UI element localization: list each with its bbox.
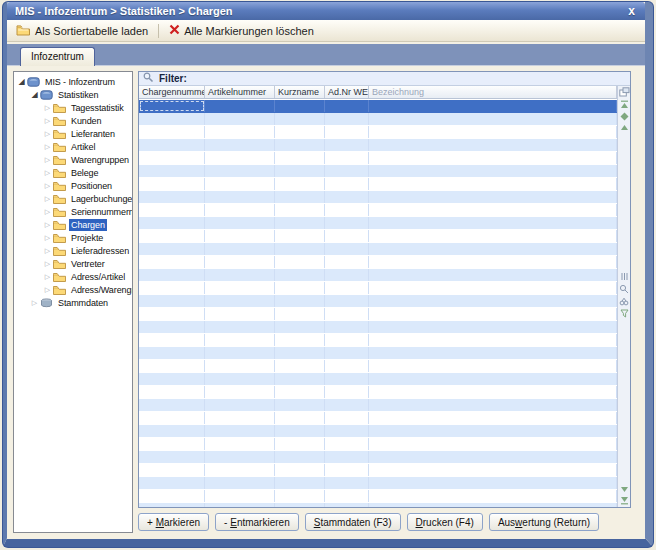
column-header-artikelnummer[interactable]: Artikelnummer xyxy=(205,86,275,98)
column-header-chargennummer[interactable]: Chargennummer▼ xyxy=(139,86,205,98)
table-row[interactable] xyxy=(139,295,617,308)
tree-item-belege[interactable]: ▷Belege xyxy=(14,166,132,179)
table-row[interactable] xyxy=(139,139,617,152)
expand-expander-icon[interactable]: ▷ xyxy=(43,246,52,255)
entmarkieren-button[interactable]: - Entmarkieren xyxy=(215,513,299,531)
tree-item-vertreter[interactable]: ▷Vertreter xyxy=(14,257,132,270)
table-row[interactable] xyxy=(139,412,617,425)
table-row[interactable] xyxy=(139,243,617,256)
table-row[interactable] xyxy=(139,399,617,412)
scroll-marker-icon[interactable] xyxy=(620,112,629,121)
expand-expander-icon[interactable]: ▷ xyxy=(30,298,39,307)
expand-expander-icon[interactable]: ▷ xyxy=(43,272,52,281)
scroll-bottom-icon[interactable] xyxy=(620,496,629,505)
collapse-expander-icon[interactable]: ◢ xyxy=(17,77,26,86)
table-row[interactable] xyxy=(139,282,617,295)
table-row[interactable] xyxy=(139,386,617,399)
table-row[interactable] xyxy=(139,360,617,373)
expand-expander-icon[interactable]: ▷ xyxy=(43,233,52,242)
table-cell xyxy=(275,360,325,372)
table-row[interactable] xyxy=(139,165,617,178)
load-sort-table-button[interactable]: Als Sortiertabelle laden xyxy=(12,23,152,39)
expand-expander-icon[interactable]: ▷ xyxy=(43,194,52,203)
tree-item-artikel[interactable]: ▷Artikel xyxy=(14,140,132,153)
tree-item-kunden[interactable]: ▷Kunden xyxy=(14,114,132,127)
table-row[interactable] xyxy=(139,204,617,217)
expand-expander-icon[interactable]: ▷ xyxy=(43,181,52,190)
table-row[interactable] xyxy=(139,178,617,191)
table-row[interactable] xyxy=(139,451,617,464)
table-row[interactable] xyxy=(139,256,617,269)
table-cell xyxy=(369,256,617,268)
tree-item-stammdaten[interactable]: ▷Stammdaten xyxy=(14,296,132,309)
tree-item-tagesstatistik[interactable]: ▷Tagesstatistik xyxy=(14,101,132,114)
table-row[interactable] xyxy=(139,425,617,438)
collapse-expander-icon[interactable]: ◢ xyxy=(30,90,39,99)
expand-expander-icon[interactable]: ▷ xyxy=(43,129,52,138)
expand-expander-icon[interactable]: ▷ xyxy=(43,259,52,268)
column-header-ad-nr-we[interactable]: Ad.Nr WE xyxy=(325,86,369,98)
table-row[interactable] xyxy=(139,477,617,490)
table-cell xyxy=(275,464,325,476)
table-row[interactable] xyxy=(139,308,617,321)
scroll-top-icon[interactable] xyxy=(620,100,629,109)
table-row[interactable] xyxy=(139,347,617,360)
tree-item-warengruppen[interactable]: ▷Warengruppen xyxy=(14,153,132,166)
tree-item-seriennummern[interactable]: ▷Seriennummern xyxy=(14,205,132,218)
expand-expander-icon[interactable]: ▷ xyxy=(43,155,52,164)
table-row[interactable] xyxy=(139,152,617,165)
columns-icon[interactable] xyxy=(620,272,629,281)
scroll-up-icon[interactable] xyxy=(620,124,629,131)
table-cell xyxy=(325,139,369,151)
drucken-f4-button[interactable]: Drucken (F4) xyxy=(407,513,483,531)
auswertung-return-button[interactable]: Auswertung (Return) xyxy=(489,513,599,531)
tree-item-lieferanten[interactable]: ▷Lieferanten xyxy=(14,127,132,140)
scroll-down-icon[interactable] xyxy=(620,486,629,493)
find-icon[interactable] xyxy=(619,297,629,306)
tree-item-adress-artikel[interactable]: ▷Adress/Artikel xyxy=(14,270,132,283)
table-row[interactable] xyxy=(139,126,617,139)
table-row[interactable] xyxy=(139,269,617,282)
table-row[interactable] xyxy=(139,373,617,386)
expand-expander-icon[interactable]: ▷ xyxy=(43,220,52,229)
table-row[interactable] xyxy=(139,490,617,503)
expand-expander-icon[interactable]: ▷ xyxy=(43,142,52,151)
zoom-icon[interactable] xyxy=(619,284,629,294)
table-row[interactable] xyxy=(139,113,617,126)
column-chooser-icon[interactable] xyxy=(619,87,630,97)
markieren-button[interactable]: + Markieren xyxy=(138,513,209,531)
table-row[interactable] xyxy=(139,191,617,204)
tree-item-adress-warengruppen[interactable]: ▷Adress/Warengruppen xyxy=(14,283,132,296)
table-cell xyxy=(325,334,369,346)
table-row[interactable] xyxy=(139,464,617,477)
column-header-label: Kurzname xyxy=(278,87,319,97)
tree-item-statistiken[interactable]: ◢Statistiken xyxy=(14,88,132,101)
folder-icon xyxy=(53,142,66,152)
tree-item-projekte[interactable]: ▷Projekte xyxy=(14,231,132,244)
selected-table-row[interactable] xyxy=(139,100,617,113)
table-row[interactable] xyxy=(139,230,617,243)
tab-infozentrum[interactable]: Infozentrum xyxy=(20,47,95,66)
tree-item-positionen[interactable]: ▷Positionen xyxy=(14,179,132,192)
tree-item-lagerbuchungen[interactable]: ▷Lagerbuchungen xyxy=(14,192,132,205)
filter-icon[interactable] xyxy=(620,309,629,318)
clear-marks-button[interactable]: Alle Markierungen löschen xyxy=(165,23,318,38)
table-row[interactable] xyxy=(139,503,617,507)
table-row[interactable] xyxy=(139,217,617,230)
tree-item-lieferadressen[interactable]: ▷Lieferadressen xyxy=(14,244,132,257)
expand-expander-icon[interactable]: ▷ xyxy=(43,207,52,216)
expand-expander-icon[interactable]: ▷ xyxy=(43,285,52,294)
column-header-kurzname[interactable]: Kurzname xyxy=(275,86,325,98)
close-icon[interactable]: x xyxy=(626,5,637,17)
table-row[interactable] xyxy=(139,438,617,451)
tree-item-mis-infozentrum[interactable]: ◢MIS - Infozentrum xyxy=(14,75,132,88)
expand-expander-icon[interactable]: ▷ xyxy=(43,103,52,112)
filter-row[interactable]: Filter: xyxy=(139,72,630,86)
table-row[interactable] xyxy=(139,321,617,334)
table-row[interactable] xyxy=(139,334,617,347)
expand-expander-icon[interactable]: ▷ xyxy=(43,116,52,125)
column-header-bezeichnung[interactable]: Bezeichnung xyxy=(369,86,617,98)
stammdaten-f3-button[interactable]: Stammdaten (F3) xyxy=(305,513,401,531)
tree-item-chargen[interactable]: ▷Chargen xyxy=(14,218,132,231)
expand-expander-icon[interactable]: ▷ xyxy=(43,168,52,177)
